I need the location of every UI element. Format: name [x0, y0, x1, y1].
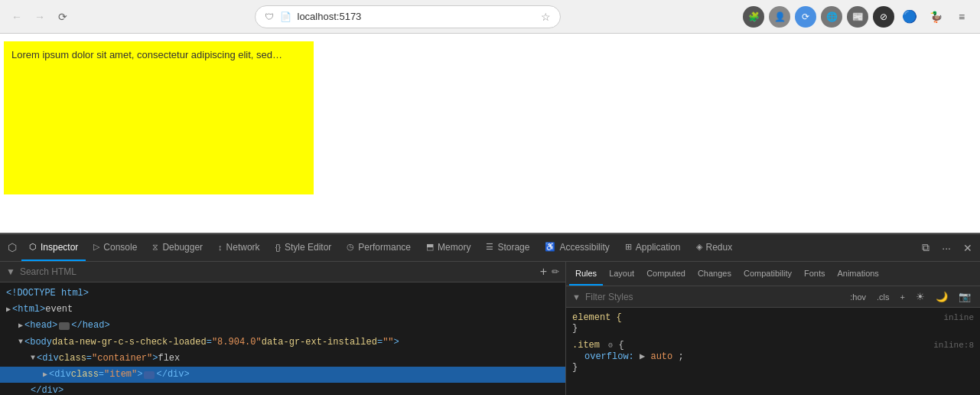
- selector-item: .item: [572, 340, 600, 351]
- html-search-input[interactable]: [20, 266, 536, 277]
- address-bar-wrapper: 🛡 📄 localhost:5173 ☆: [78, 5, 737, 28]
- redux-icon: ◈: [696, 242, 702, 252]
- close-devtools-button[interactable]: ✕: [959, 239, 977, 257]
- light-mode-button[interactable]: ☀: [913, 289, 928, 304]
- selector-element: element {: [572, 312, 622, 323]
- toolbar-icons: 🧩 👤 ⟳ 🌐 📰 ⊘ 🔵 🦆 ≡: [743, 6, 972, 28]
- page-content: Lorem ipsum dolor sit amet, consectetur …: [0, 34, 980, 233]
- devtools-actions: ⧉ ··· ✕: [917, 238, 977, 257]
- close-brace-item: }: [572, 362, 974, 373]
- html-line-body[interactable]: ▼ <body data-new-gr-c-s-check-loaded="8.…: [0, 335, 565, 351]
- toggle-html[interactable]: ▶: [6, 304, 11, 316]
- nav-buttons: ← → ⟳: [8, 8, 72, 26]
- toggle-body[interactable]: ▼: [18, 336, 23, 348]
- sync-icon[interactable]: ⟳: [795, 6, 816, 28]
- storage-icon: ☰: [486, 242, 493, 252]
- translate-icon[interactable]: 🌐: [821, 6, 842, 28]
- tab-network[interactable]: ↕ Network: [210, 234, 268, 261]
- screenshot-button[interactable]: 📷: [956, 289, 974, 304]
- shield-icon: 🛡: [265, 11, 274, 22]
- tab-redux[interactable]: ◈ Redux: [689, 234, 741, 261]
- address-bar[interactable]: 🛡 📄 localhost:5173 ☆: [255, 5, 561, 28]
- style-rule-element-header: element { inline: [572, 312, 974, 323]
- settings-icon[interactable]: ⚙: [608, 341, 613, 350]
- ellipsis-head: [59, 322, 70, 330]
- toggle-head[interactable]: ▶: [18, 320, 23, 332]
- tab-storage[interactable]: ☰ Storage: [478, 234, 537, 261]
- tab-application[interactable]: ⊞ Application: [617, 234, 689, 261]
- dark-mode-button[interactable]: 🌙: [933, 289, 951, 304]
- tab-style-editor[interactable]: {} Style Editor: [268, 234, 340, 261]
- html-line-close-container[interactable]: </div>: [0, 383, 565, 395]
- performance-icon: ◷: [347, 242, 354, 252]
- tab-changes[interactable]: Changes: [692, 262, 737, 286]
- more-tools-button[interactable]: ···: [937, 239, 956, 257]
- network-icon: ↕: [218, 243, 223, 252]
- html-line-container[interactable]: ▼ <div class="container"> flex: [0, 351, 565, 367]
- tab-debugger[interactable]: ⧖ Debugger: [145, 234, 210, 261]
- memory-icon: ⬒: [426, 242, 434, 252]
- style-rule-item: .item ⚙ { inline:8 overflow: ▶ auto ;: [572, 340, 974, 373]
- forward-button[interactable]: →: [31, 8, 49, 26]
- styles-tab-bar: Rules Layout Computed Changes Compatibil…: [566, 262, 980, 286]
- add-node-button[interactable]: +: [540, 265, 547, 279]
- style-rule-item-header: .item ⚙ { inline:8: [572, 340, 974, 351]
- style-prop-overflow: overflow: ▶ auto ;: [572, 351, 974, 362]
- tab-compatibility[interactable]: Compatibility: [737, 262, 798, 286]
- devtools-body: ▼ + ✏ <!DOCTYPE html> ▶ <html> event: [0, 262, 980, 395]
- hov-button[interactable]: :hov: [847, 291, 869, 303]
- back-button[interactable]: ←: [8, 8, 26, 26]
- html-search-bar: ▼ + ✏: [0, 262, 565, 282]
- pick-element-button[interactable]: ✏: [552, 266, 559, 277]
- accessibility-icon: ♿: [545, 242, 555, 252]
- devtools-tab-bar: ⬡ ⬡ Inspector ▷ Console ⧖ Debugger ↕ Net…: [0, 234, 980, 262]
- add-rule-button[interactable]: +: [897, 291, 908, 303]
- url-text: localhost:5173: [298, 11, 362, 22]
- duck-icon[interactable]: 🦆: [925, 6, 946, 28]
- filter-icon: ▼: [572, 292, 581, 302]
- page-icon: 📄: [280, 11, 291, 22]
- dock-button[interactable]: ⧉: [917, 238, 934, 257]
- lorem-text: Lorem ipsum dolor sit amet, consectetur …: [11, 49, 282, 60]
- html-panel: ▼ + ✏ <!DOCTYPE html> ▶ <html> event: [0, 262, 566, 395]
- html-tree: <!DOCTYPE html> ▶ <html> event ▶ <head> …: [0, 282, 565, 395]
- menu-icon[interactable]: ≡: [951, 6, 972, 28]
- devtools-pick-element[interactable]: ⬡: [3, 234, 21, 261]
- styles-filter-bar: ▼ :hov .cls + ☀ 🌙 📷: [566, 286, 980, 308]
- html-line-item[interactable]: ▶ <div class="item"> </div>: [0, 367, 565, 383]
- tab-memory[interactable]: ⬒ Memory: [418, 234, 478, 261]
- toggle-container[interactable]: ▼: [31, 352, 35, 364]
- reader-icon[interactable]: 📰: [847, 6, 868, 28]
- chrome-icon[interactable]: 🔵: [899, 6, 920, 28]
- source-element: inline: [943, 313, 974, 322]
- console-icon: ▷: [93, 242, 99, 252]
- browser-chrome: ← → ⟳ 🛡 📄 localhost:5173 ☆ 🧩 👤 ⟳ 🌐 📰 ⊘ 🔵…: [0, 0, 980, 34]
- style-rule-element: element { inline }: [572, 312, 974, 334]
- tab-computed[interactable]: Computed: [640, 262, 692, 286]
- tab-animations[interactable]: Animations: [831, 262, 884, 286]
- styles-filter-input[interactable]: [585, 292, 842, 302]
- tab-accessibility[interactable]: ♿ Accessibility: [537, 234, 617, 261]
- tab-console[interactable]: ▷ Console: [86, 234, 145, 261]
- toggle-item[interactable]: ▶: [43, 369, 47, 381]
- html-line-head[interactable]: ▶ <head> </head>: [0, 318, 565, 334]
- html-line-html[interactable]: ▶ <html> event: [0, 302, 565, 318]
- close-brace-element: }: [572, 323, 974, 334]
- star-icon[interactable]: ☆: [541, 11, 551, 23]
- application-icon: ⊞: [625, 242, 632, 252]
- reload-button[interactable]: ⟳: [54, 8, 72, 26]
- profile-icon[interactable]: 👤: [769, 6, 790, 28]
- tab-performance[interactable]: ◷ Performance: [339, 234, 418, 261]
- blocked-icon[interactable]: ⊘: [873, 6, 894, 28]
- tab-fonts[interactable]: Fonts: [798, 262, 832, 286]
- tab-rules[interactable]: Rules: [569, 262, 603, 286]
- html-line-doctype[interactable]: <!DOCTYPE html>: [0, 286, 565, 302]
- tab-layout[interactable]: Layout: [603, 262, 640, 286]
- styles-panel: Rules Layout Computed Changes Compatibil…: [566, 262, 980, 395]
- styles-content: element { inline } .item ⚙ { inline:8: [566, 308, 980, 395]
- filter-icon: ▼: [6, 266, 15, 277]
- style-editor-icon: {}: [275, 243, 281, 252]
- tab-inspector[interactable]: ⬡ Inspector: [21, 234, 86, 261]
- extensions-icon[interactable]: 🧩: [743, 6, 764, 28]
- cls-button[interactable]: .cls: [874, 291, 893, 303]
